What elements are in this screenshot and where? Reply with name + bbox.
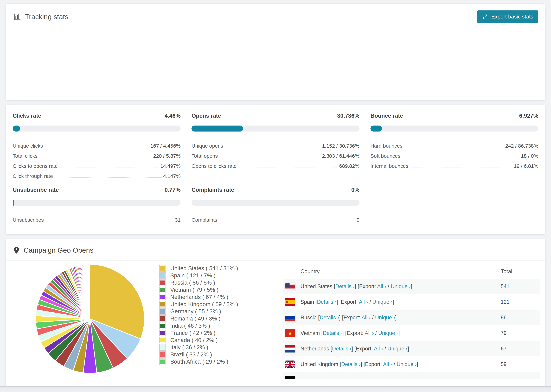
- legend-item-netherlands: Netherlands ( 67 / 4% ): [159, 294, 238, 300]
- rate-row-value: 4.147%: [163, 173, 181, 179]
- export-basic-stats-button[interactable]: Export basic stats: [477, 10, 538, 23]
- details-link[interactable]: Details ›: [320, 315, 339, 321]
- rate-row-label: Internal bounces: [370, 163, 409, 169]
- tracking-stats-header: Tracking stats Export basic stats: [6, 4, 545, 23]
- export-unique-link[interactable]: Unique ›: [397, 361, 417, 367]
- rate-title: Opens rate: [191, 112, 221, 119]
- column-total: Total: [501, 268, 512, 274]
- legend-item-south-africa: South Africa ( 29 / 2% ): [159, 359, 238, 365]
- export-all-link[interactable]: All ›: [359, 299, 368, 305]
- legend-label: Brazil ( 33 / 2% ): [170, 351, 212, 358]
- rate-progress-track: [13, 200, 181, 206]
- details-link[interactable]: Details ›: [317, 299, 337, 305]
- rate-row: Soft bounces18 / 0%: [370, 149, 538, 159]
- legend-item-italy: Italy ( 36 / 2% ): [159, 344, 238, 350]
- export-all-link[interactable]: All ›: [365, 330, 374, 336]
- summary-card-opens: [13, 31, 118, 80]
- legend-label: South Africa ( 29 / 2% ): [170, 358, 228, 365]
- legend-swatch: [159, 265, 166, 272]
- rate-row-label: Total clicks: [13, 153, 37, 159]
- details-link[interactable]: Details ›: [335, 283, 355, 289]
- export-all-link[interactable]: All ›: [383, 361, 392, 367]
- rate-value: 0%: [351, 187, 360, 193]
- country-cell: United Kingdom [Details ›] [Export: All …: [300, 361, 418, 367]
- rate-row-value: 14.497%: [160, 163, 181, 169]
- rate-section-clicks-rate: Clicks rate4.46%Unique clicks167 / 4.456…: [13, 112, 181, 179]
- legend-label: India ( 46 / 3% ): [170, 322, 210, 329]
- panel-title: Tracking stats: [13, 13, 68, 21]
- rate-row: Internal bounces19 / 6.81%: [370, 159, 538, 169]
- details-link[interactable]: Details ›: [341, 361, 361, 367]
- geo-pie-chart: [32, 261, 148, 377]
- rate-progress-track: [13, 126, 181, 132]
- legend-item-france: France ( 42 / 2% ): [159, 330, 238, 336]
- geo-header: Campaign Geo Opens: [6, 239, 545, 261]
- campaign-geo-opens-panel: Campaign Geo Opens United States ( 541 /…: [6, 238, 545, 386]
- geo-table-row-partial: [283, 372, 540, 379]
- country-flag-gb: [285, 361, 295, 368]
- rate-head: Complaints rate0%: [191, 187, 359, 193]
- rate-progress-track: [370, 126, 538, 132]
- rate-title: Complaints rate: [191, 187, 234, 193]
- summary-card-bounces: [433, 31, 538, 80]
- geo-table-header: Country Total: [283, 264, 540, 279]
- rate-section-complaints-rate: Complaints rate0%Complaints0: [191, 187, 359, 223]
- export-icon: [482, 14, 488, 20]
- legend-swatch: [159, 322, 166, 329]
- export-all-link[interactable]: All ›: [374, 346, 383, 352]
- summary-card-complaints: [328, 31, 433, 80]
- rate-section-bounce-rate: Bounce rate6.927%Hard bounces242 / 86.73…: [370, 112, 538, 179]
- legend-label: Vietnam ( 79 / 5% ): [170, 287, 219, 293]
- rate-rows: Complaints0: [191, 213, 359, 223]
- country-cell: United States [Details ›] [Export: All ›…: [300, 283, 412, 290]
- rate-row-label: Complaints: [191, 217, 217, 223]
- export-unique-link[interactable]: Unique ›: [387, 346, 407, 352]
- rate-row: Complaints0: [191, 213, 359, 223]
- rate-row-value: 18 / 0%: [521, 153, 538, 159]
- rate-row-value: 1,152 / 30.736%: [322, 143, 360, 149]
- total-cell: 79: [501, 330, 507, 336]
- dotted-leader: [411, 167, 512, 168]
- rate-section-unsubscribe-rate: Unsubscribe rate0.77%Unsubscribes31: [13, 187, 181, 223]
- map-pin-icon: [13, 247, 20, 254]
- rate-row: Total clicks220 / 5.87%: [13, 149, 181, 159]
- rate-title: Unsubscribe rate: [13, 187, 59, 193]
- export-unique-link[interactable]: Unique ›: [391, 283, 411, 289]
- rate-progress-track: [191, 126, 359, 132]
- rate-head: Bounce rate6.927%: [370, 112, 538, 119]
- legend-swatch: [159, 308, 166, 315]
- column-country: Country: [300, 268, 320, 274]
- legend-swatch: [159, 294, 166, 300]
- legend-label: Italy ( 36 / 2% ): [170, 344, 208, 351]
- rate-row-label: Unique opens: [191, 143, 223, 149]
- page-bottom-edge: [0, 386, 551, 392]
- details-link[interactable]: Details ›: [323, 330, 342, 336]
- rate-progress-fill: [13, 200, 14, 206]
- rate-value: 0.77%: [165, 187, 181, 193]
- export-all-link[interactable]: All ›: [361, 315, 371, 321]
- legend-swatch: [159, 315, 166, 322]
- rate-row-label: Unsubscribes: [13, 217, 44, 223]
- export-unique-link[interactable]: Unique ›: [372, 299, 392, 305]
- country-cell: Spain [Details ›] [Export: All › / Uniqu…: [300, 299, 394, 305]
- geo-table: Country Total United States [Details ›] …: [283, 264, 540, 379]
- tracking-stats-panel: Tracking stats Export basic stats: [6, 3, 545, 100]
- rate-value: 4.46%: [165, 112, 181, 119]
- details-link[interactable]: Details ›: [332, 346, 352, 352]
- legend-item-vietnam: Vietnam ( 79 / 5% ): [159, 287, 238, 293]
- country-flag-ru: [285, 314, 295, 321]
- dotted-leader: [226, 147, 321, 147]
- export-all-link[interactable]: All ›: [377, 283, 386, 289]
- export-unique-link[interactable]: Unique ›: [378, 330, 398, 336]
- rate-section-opens-rate: Opens rate30.736%Unique opens1,152 / 30.…: [191, 112, 359, 179]
- rate-row: Click through rate4.147%: [13, 169, 181, 179]
- dotted-leader: [46, 147, 149, 147]
- summary-card-unsubscribes: [223, 31, 328, 80]
- export-unique-link[interactable]: Unique ›: [375, 315, 395, 321]
- rate-value: 30.736%: [337, 112, 359, 119]
- rate-head: Unsubscribe rate0.77%: [13, 187, 181, 193]
- geo-pie-legend: United States ( 541 / 31% )Spain ( 121 /…: [159, 266, 238, 365]
- legend-item-canada: Canada ( 40 / 2% ): [159, 337, 238, 343]
- rate-row: Unique clicks167 / 4.456%: [13, 139, 181, 149]
- geo-table-row-netherlands: Netherlands [Details ›] [Export: All › /…: [283, 341, 540, 356]
